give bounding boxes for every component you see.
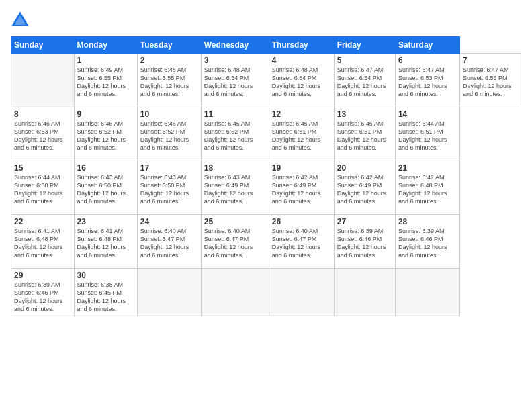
day-number: 8 xyxy=(14,109,71,119)
calendar-cell: 28Sunrise: 6:39 AMSunset: 6:46 PMDayligh… xyxy=(395,215,459,269)
calendar-cell: 23Sunrise: 6:41 AMSunset: 6:48 PMDayligh… xyxy=(74,215,137,269)
day-number: 13 xyxy=(337,109,392,119)
day-info: Sunrise: 6:39 AMSunset: 6:46 PMDaylight:… xyxy=(14,281,71,314)
calendar-cell: 14Sunrise: 6:44 AMSunset: 6:51 PMDayligh… xyxy=(395,107,459,161)
calendar-cell: 30Sunrise: 6:38 AMSunset: 6:45 PMDayligh… xyxy=(74,269,137,316)
day-number: 26 xyxy=(272,217,331,226)
col-header-monday: Monday xyxy=(74,37,137,54)
calendar-cell: 17Sunrise: 6:43 AMSunset: 6:50 PMDayligh… xyxy=(137,161,201,215)
calendar-cell xyxy=(201,269,269,316)
calendar-cell: 19Sunrise: 6:42 AMSunset: 6:49 PMDayligh… xyxy=(269,161,334,215)
day-number: 17 xyxy=(140,163,198,173)
day-number: 23 xyxy=(77,217,134,226)
calendar-cell: 12Sunrise: 6:45 AMSunset: 6:51 PMDayligh… xyxy=(269,107,334,161)
week-row-1: 1Sunrise: 6:49 AMSunset: 6:55 PMDaylight… xyxy=(11,54,521,107)
day-info: Sunrise: 6:43 AMSunset: 6:49 PMDaylight:… xyxy=(204,173,266,206)
day-info: Sunrise: 6:44 AMSunset: 6:50 PMDaylight:… xyxy=(14,173,71,206)
day-info: Sunrise: 6:47 AMSunset: 6:53 PMDaylight:… xyxy=(398,66,457,99)
day-info: Sunrise: 6:47 AMSunset: 6:53 PMDaylight:… xyxy=(463,66,518,99)
calendar-cell: 5Sunrise: 6:47 AMSunset: 6:54 PMDaylight… xyxy=(334,54,395,107)
day-info: Sunrise: 6:49 AMSunset: 6:55 PMDaylight:… xyxy=(77,66,134,99)
col-header-saturday: Saturday xyxy=(395,37,459,54)
calendar: SundayMondayTuesdayWednesdayThursdayFrid… xyxy=(11,36,521,316)
day-info: Sunrise: 6:46 AMSunset: 6:53 PMDaylight:… xyxy=(14,120,71,152)
calendar-cell xyxy=(334,269,395,316)
calendar-cell xyxy=(137,269,201,316)
day-info: Sunrise: 6:41 AMSunset: 6:48 PMDaylight:… xyxy=(77,227,134,260)
day-number: 21 xyxy=(398,163,457,173)
calendar-cell: 27Sunrise: 6:39 AMSunset: 6:46 PMDayligh… xyxy=(334,215,395,269)
page: SundayMondayTuesdayWednesdayThursdayFrid… xyxy=(0,0,532,411)
calendar-cell xyxy=(395,269,459,316)
calendar-cell: 2Sunrise: 6:48 AMSunset: 6:55 PMDaylight… xyxy=(137,54,201,107)
day-info: Sunrise: 6:45 AMSunset: 6:52 PMDaylight:… xyxy=(204,120,266,152)
day-number: 1 xyxy=(77,56,134,65)
day-number: 19 xyxy=(272,163,331,173)
day-number: 22 xyxy=(14,217,71,226)
day-info: Sunrise: 6:42 AMSunset: 6:49 PMDaylight:… xyxy=(272,173,331,206)
day-number: 24 xyxy=(140,217,198,226)
day-number: 6 xyxy=(398,56,457,65)
week-row-4: 22Sunrise: 6:41 AMSunset: 6:48 PMDayligh… xyxy=(11,215,521,269)
day-number: 15 xyxy=(14,163,71,173)
day-number: 28 xyxy=(398,217,457,226)
calendar-cell: 10Sunrise: 6:46 AMSunset: 6:52 PMDayligh… xyxy=(137,107,201,161)
day-info: Sunrise: 6:39 AMSunset: 6:46 PMDaylight:… xyxy=(337,227,392,260)
day-info: Sunrise: 6:48 AMSunset: 6:54 PMDaylight:… xyxy=(204,66,266,99)
day-info: Sunrise: 6:43 AMSunset: 6:50 PMDaylight:… xyxy=(77,173,134,206)
calendar-cell: 11Sunrise: 6:45 AMSunset: 6:52 PMDayligh… xyxy=(201,107,269,161)
calendar-cell: 6Sunrise: 6:47 AMSunset: 6:53 PMDaylight… xyxy=(395,54,459,107)
day-info: Sunrise: 6:40 AMSunset: 6:47 PMDaylight:… xyxy=(140,227,198,260)
week-row-3: 15Sunrise: 6:44 AMSunset: 6:50 PMDayligh… xyxy=(11,161,521,215)
day-number: 18 xyxy=(204,163,266,173)
col-header-wednesday: Wednesday xyxy=(201,37,269,54)
week-row-5: 29Sunrise: 6:39 AMSunset: 6:46 PMDayligh… xyxy=(11,269,521,316)
calendar-cell xyxy=(269,269,334,316)
day-info: Sunrise: 6:47 AMSunset: 6:54 PMDaylight:… xyxy=(337,66,392,99)
week-row-2: 8Sunrise: 6:46 AMSunset: 6:53 PMDaylight… xyxy=(11,107,521,161)
day-info: Sunrise: 6:39 AMSunset: 6:46 PMDaylight:… xyxy=(398,227,457,260)
day-info: Sunrise: 6:40 AMSunset: 6:47 PMDaylight:… xyxy=(204,227,266,260)
calendar-cell: 18Sunrise: 6:43 AMSunset: 6:49 PMDayligh… xyxy=(201,161,269,215)
day-info: Sunrise: 6:48 AMSunset: 6:55 PMDaylight:… xyxy=(140,66,198,99)
day-info: Sunrise: 6:48 AMSunset: 6:54 PMDaylight:… xyxy=(272,66,331,99)
logo-icon xyxy=(11,11,30,30)
calendar-cell: 24Sunrise: 6:40 AMSunset: 6:47 PMDayligh… xyxy=(137,215,201,269)
day-number: 9 xyxy=(77,109,134,119)
calendar-cell: 7Sunrise: 6:47 AMSunset: 6:53 PMDaylight… xyxy=(460,54,521,107)
day-info: Sunrise: 6:40 AMSunset: 6:47 PMDaylight:… xyxy=(272,227,331,260)
day-number: 3 xyxy=(204,56,266,65)
day-number: 7 xyxy=(463,56,518,65)
day-number: 14 xyxy=(398,109,457,119)
calendar-cell: 16Sunrise: 6:43 AMSunset: 6:50 PMDayligh… xyxy=(74,161,137,215)
calendar-cell: 21Sunrise: 6:42 AMSunset: 6:48 PMDayligh… xyxy=(395,161,459,215)
col-header-friday: Friday xyxy=(334,37,395,54)
day-info: Sunrise: 6:43 AMSunset: 6:50 PMDaylight:… xyxy=(140,173,198,206)
day-number: 10 xyxy=(140,109,198,119)
day-info: Sunrise: 6:46 AMSunset: 6:52 PMDaylight:… xyxy=(77,120,134,152)
calendar-cell: 1Sunrise: 6:49 AMSunset: 6:55 PMDaylight… xyxy=(74,54,137,107)
col-header-sunday: Sunday xyxy=(11,37,75,54)
day-info: Sunrise: 6:42 AMSunset: 6:49 PMDaylight:… xyxy=(337,173,392,206)
day-info: Sunrise: 6:46 AMSunset: 6:52 PMDaylight:… xyxy=(140,120,198,152)
calendar-cell: 8Sunrise: 6:46 AMSunset: 6:53 PMDaylight… xyxy=(11,107,75,161)
day-info: Sunrise: 6:41 AMSunset: 6:48 PMDaylight:… xyxy=(14,227,71,260)
day-number: 4 xyxy=(272,56,331,65)
day-number: 2 xyxy=(140,56,198,65)
day-number: 30 xyxy=(77,271,134,280)
day-number: 5 xyxy=(337,56,392,65)
header-row: SundayMondayTuesdayWednesdayThursdayFrid… xyxy=(11,37,521,54)
day-info: Sunrise: 6:44 AMSunset: 6:51 PMDaylight:… xyxy=(398,120,457,152)
day-info: Sunrise: 6:45 AMSunset: 6:51 PMDaylight:… xyxy=(272,120,331,152)
day-info: Sunrise: 6:38 AMSunset: 6:45 PMDaylight:… xyxy=(77,281,134,314)
calendar-cell: 26Sunrise: 6:40 AMSunset: 6:47 PMDayligh… xyxy=(269,215,334,269)
day-number: 25 xyxy=(204,217,266,226)
calendar-cell: 22Sunrise: 6:41 AMSunset: 6:48 PMDayligh… xyxy=(11,215,75,269)
col-header-tuesday: Tuesday xyxy=(137,37,201,54)
calendar-cell: 3Sunrise: 6:48 AMSunset: 6:54 PMDaylight… xyxy=(201,54,269,107)
calendar-cell: 25Sunrise: 6:40 AMSunset: 6:47 PMDayligh… xyxy=(201,215,269,269)
day-number: 11 xyxy=(204,109,266,119)
day-number: 12 xyxy=(272,109,331,119)
day-number: 29 xyxy=(14,271,71,280)
col-header-thursday: Thursday xyxy=(269,37,334,54)
